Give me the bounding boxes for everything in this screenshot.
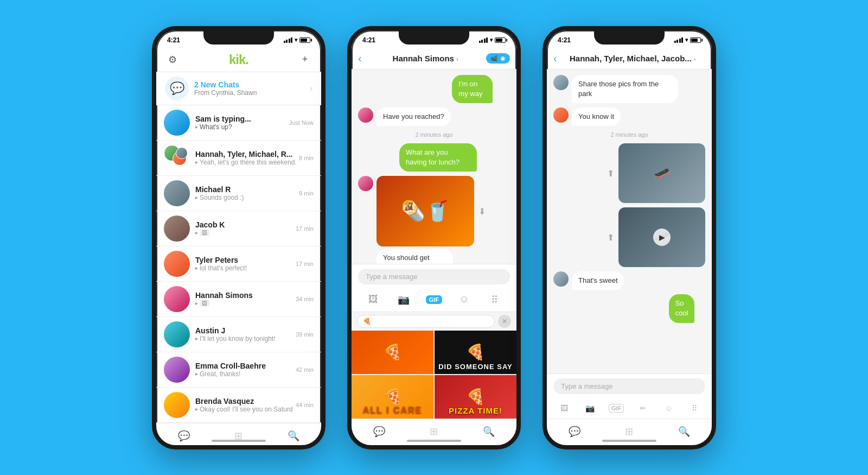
chat-item-tyler[interactable]: Tyler Peters ▸lol that's perfect! 17 min (156, 246, 321, 282)
time-3: 4:21 (558, 36, 571, 44)
chat-input-row-3: Type a message (547, 374, 712, 398)
image-picker-button[interactable]: 🖼 (365, 291, 382, 308)
gif-label-1: DID SOMEONE SAY (435, 363, 516, 371)
gif-item-pizza4[interactable]: 🍕 PIZZA TIME! (435, 375, 516, 419)
gif-panel: 🍕 ✕ 🍕 🍕 DID SOMEONE SAY 🍕 ALL I CARE 🍕 (352, 312, 516, 419)
chat-item-michael[interactable]: Michael R ▸Sounds good :) 9 min (156, 176, 321, 211)
battery-icon (299, 37, 310, 43)
toolbar-3: 🖼 📷 GIF ✏ ☺ ⠿ (547, 398, 712, 419)
gear-button[interactable]: ⚙ (165, 52, 180, 67)
image-picker-button-3[interactable]: 🖼 (557, 401, 571, 415)
gif-button[interactable]: GIF (426, 295, 442, 304)
home-indicator-1 (212, 440, 266, 442)
time-2: 4:21 (362, 36, 375, 44)
avatar-austin (164, 321, 190, 347)
battery-icon-3 (690, 37, 701, 43)
msg-avatar-hannah (358, 107, 373, 123)
chevron-icon: › (310, 84, 312, 93)
msg-skate-video: ⬆ 🛹 ▶ (607, 207, 705, 267)
chat-messages-2: I'm on my way Have you reached? 2 minute… (352, 69, 516, 264)
chat-title-3: Hannah, Tyler, Michael, Jacob... › (560, 54, 705, 63)
status-icons-2: ▾ (479, 37, 506, 43)
chat-item-jacob[interactable]: Jacob K ▸ 🖼 17 min (156, 211, 321, 246)
chat-name-sam: Sam is typing... (195, 115, 286, 123)
nav-chats[interactable]: 💬 (173, 428, 195, 444)
camera-button-3[interactable]: 📷 (583, 401, 597, 415)
phone-3: 4:21 ▾ ‹ Hannah, Tyler, Michael, Jacob..… (542, 26, 716, 449)
chat-meta-group: 8 min (299, 155, 314, 161)
video-toggle: ◉ (500, 55, 506, 62)
chat-info-sam: Sam is typing... ▸What's up? (195, 115, 286, 131)
share-icon-1[interactable]: ⬆ (607, 168, 614, 179)
gif-button-3[interactable]: GIF (609, 404, 624, 413)
phone-1: 4:21 ▾ ⚙ kik. + 💬 2 New Chats From Cynth… (152, 26, 326, 449)
gif-label-care: ALL I CARE (352, 406, 433, 415)
signal-icon (284, 37, 293, 43)
new-chats-banner[interactable]: 💬 2 New Chats From Cynthia, Shawn › (156, 72, 321, 105)
notch-3 (594, 30, 665, 45)
gif-search-input[interactable]: 🍕 (357, 315, 495, 328)
chat-header-2: ‹ Hannah Simons › 📹 ◉ (352, 48, 516, 69)
chat-item-sam[interactable]: Sam is typing... ▸What's up? Just Now (156, 105, 321, 141)
chat-name-group: Hannah, Tyler, Michael, R... (195, 150, 296, 159)
chat-item-emma[interactable]: Emma Croll-Baehre ▸Great, thanks! 42 min (156, 352, 321, 388)
message-input-3[interactable]: Type a message (553, 378, 705, 394)
share-icon-2[interactable]: ⬆ (607, 232, 614, 243)
gif-item-pizza3[interactable]: 🍕 ALL I CARE (352, 375, 433, 419)
emoji-button-3[interactable]: ☺ (662, 401, 676, 415)
chat-item-brenda[interactable]: Brenda Vasquez ▸Okay cool! I'll see you … (156, 388, 321, 423)
home-indicator-3 (602, 440, 656, 442)
chat-item-austin[interactable]: Austin J ▸I'll let you know by tonight! … (156, 317, 321, 352)
video-icon: 📹 (490, 55, 498, 62)
plus-button[interactable]: + (297, 52, 312, 67)
camera-button[interactable]: 📷 (395, 291, 412, 308)
nav-search-3[interactable]: 🔍 (673, 423, 695, 440)
msg-have-you-reached: Have you reached? (358, 107, 510, 126)
back-button-3[interactable]: ‹ (553, 52, 557, 65)
msg-pizza: 🌯🥤 ⬇ You should get pizza (358, 176, 510, 263)
chat-preview-group: ▸Yeah, let's go there this weekend... (195, 159, 296, 166)
download-icon[interactable]: ⬇ (478, 206, 486, 217)
more-button-3[interactable]: ⠿ (687, 401, 701, 415)
nav-grid-2[interactable]: ⊞ (423, 423, 445, 440)
nav-chats-3[interactable]: 💬 (564, 423, 585, 440)
msg-lunch: What are you having for lunch? (399, 143, 510, 172)
video-button[interactable]: 📹 ◉ (486, 53, 510, 64)
more-button[interactable]: ⠿ (486, 291, 503, 308)
nav-chats-2[interactable]: 💬 (368, 423, 390, 440)
phone3-content: ‹ Hannah, Tyler, Michael, Jacob... › Sha… (547, 48, 712, 445)
gif-item-pizza1[interactable]: 🍕 (352, 331, 433, 374)
time-label-1: 2 minutes ago (358, 131, 510, 138)
emoji-button[interactable]: ☺ (455, 291, 473, 308)
chat-input-row-2: Type a message (352, 264, 516, 289)
chat-info-group: Hannah, Tyler, Michael, R... ▸Yeah, let'… (195, 150, 296, 166)
chat-input-area-2: Type a message 🖼 📷 GIF ☺ ⠿ (352, 264, 516, 312)
status-icons-1: ▾ (284, 37, 311, 43)
back-button-2[interactable]: ‹ (358, 52, 362, 65)
play-button[interactable]: ▶ (653, 229, 671, 246)
nav-search[interactable]: 🔍 (283, 428, 304, 444)
chat-input-area-3: Type a message 🖼 📷 GIF ✏ ☺ ⠿ (547, 373, 712, 419)
skate-video[interactable]: 🛹 ▶ (618, 207, 705, 267)
kik-logo: kik. (229, 52, 248, 67)
msg-you-know-it: You know it (553, 107, 705, 126)
battery-icon-2 (495, 37, 506, 43)
chat-item-group[interactable]: Hannah, Tyler, Michael, R... ▸Yeah, let'… (156, 141, 321, 176)
sticker-button[interactable]: ✏ (636, 401, 650, 415)
chat-item-hannah[interactable]: Hannah Simons ▸ 🖼 34 min (156, 282, 321, 317)
chat-header-3: ‹ Hannah, Tyler, Michael, Jacob... › (547, 48, 712, 69)
nav-grid-3[interactable]: ⊞ (618, 423, 640, 440)
chat-messages-3: Share those pics from the park You know … (547, 69, 712, 373)
avatar-brenda (164, 392, 190, 418)
gif-close-button[interactable]: ✕ (498, 315, 511, 328)
signal-icon-2 (479, 37, 488, 43)
time-1: 4:21 (167, 36, 180, 44)
message-input-2[interactable]: Type a message (358, 269, 510, 284)
toolbar-2: 🖼 📷 GIF ☺ ⠿ (352, 289, 516, 312)
msg-im-on-my-way: I'm on my way (452, 75, 510, 103)
nav-search-2[interactable]: 🔍 (478, 423, 500, 440)
gif-item-pizza2[interactable]: 🍕 DID SOMEONE SAY (435, 331, 516, 374)
new-chats-subtitle: From Cynthia, Shawn (194, 89, 310, 97)
avatar-group (164, 145, 190, 171)
chat-preview-sam: ▸What's up? (195, 123, 286, 131)
